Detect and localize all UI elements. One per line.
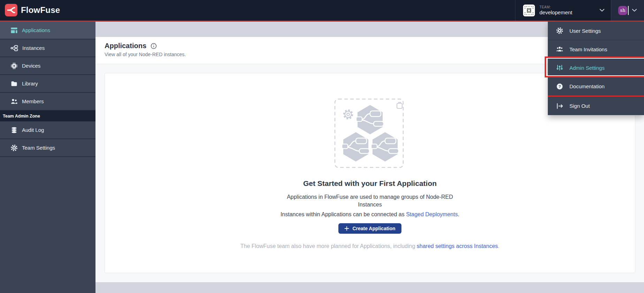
menu-item-admin-settings[interactable]: Admin Settings bbox=[548, 59, 644, 77]
question-circle-icon: ? bbox=[556, 83, 563, 90]
app-root: FlowFuse bbox=[0, 0, 644, 293]
empty-state-description: Applications in FlowFuse are used to man… bbox=[105, 193, 635, 209]
sidebar-item-applications[interactable]: Applications bbox=[0, 22, 95, 39]
text-caret bbox=[628, 6, 629, 15]
menu-item-label: Team Invitations bbox=[569, 46, 607, 52]
page-title: Applications bbox=[105, 42, 146, 50]
shared-settings-link[interactable]: shared settings across Instances bbox=[417, 243, 498, 249]
team-identicon bbox=[523, 5, 535, 16]
menu-item-documentation[interactable]: ? Documentation bbox=[548, 77, 644, 96]
chip-icon bbox=[10, 62, 18, 69]
team-admin-zone-label: Team Admin Zone bbox=[0, 111, 95, 121]
users-icon bbox=[10, 98, 18, 105]
user-menu-trigger[interactable]: sh bbox=[611, 0, 644, 21]
info-icon[interactable] bbox=[151, 43, 157, 49]
sidebar-item-library[interactable]: Library bbox=[0, 75, 95, 93]
plus-icon bbox=[344, 226, 349, 231]
team-label: TEAM: bbox=[539, 5, 572, 9]
chevron-down-icon bbox=[632, 9, 637, 12]
sidebar-item-team-settings[interactable]: Team Settings bbox=[0, 139, 95, 157]
sidebar-item-label: Audit Log bbox=[22, 127, 44, 133]
staged-deployments-link[interactable]: Staged Deployments bbox=[406, 211, 458, 217]
menu-item-team-invitations[interactable]: Team Invitations bbox=[548, 40, 644, 59]
top-navbar: FlowFuse bbox=[0, 0, 644, 21]
gear-icon bbox=[556, 27, 563, 34]
brand-home-link[interactable]: FlowFuse bbox=[5, 4, 60, 16]
flowfuse-logo-icon bbox=[5, 4, 17, 16]
menu-item-label: User Settings bbox=[569, 28, 601, 34]
gear-icon bbox=[10, 144, 18, 151]
sidebar-item-label: Team Settings bbox=[22, 145, 55, 151]
svg-text:?: ? bbox=[558, 84, 561, 89]
applications-illustration bbox=[334, 98, 406, 168]
menu-item-user-settings[interactable]: User Settings bbox=[548, 22, 644, 40]
sidebar-item-label: Devices bbox=[22, 63, 40, 69]
empty-state-footer: The FlowFuse team also have more planned… bbox=[105, 243, 635, 249]
database-icon bbox=[10, 127, 18, 134]
sidebar-item-audit-log[interactable]: Audit Log bbox=[0, 121, 95, 139]
flow-nodes-icon bbox=[10, 45, 18, 52]
team-name: developement bbox=[539, 9, 572, 15]
empty-state-heading: Get Started with your First Application bbox=[105, 179, 635, 188]
user-dropdown-menu: User Settings Team Invitations bbox=[548, 22, 644, 115]
content-bottom-band bbox=[95, 282, 644, 293]
sidebar-item-devices[interactable]: Devices bbox=[0, 57, 95, 75]
sidebar-nav: Applications Instances bbox=[0, 22, 95, 293]
empty-state-connect-line: Instances within Applications can be con… bbox=[105, 211, 635, 218]
sidebar-item-instances[interactable]: Instances bbox=[0, 39, 95, 57]
folder-icon bbox=[10, 80, 18, 87]
sidebar-item-label: Library bbox=[22, 81, 38, 87]
sidebar-item-label: Instances bbox=[22, 45, 45, 51]
template-icon bbox=[10, 27, 18, 34]
menu-item-sign-out[interactable]: Sign Out bbox=[548, 97, 644, 115]
team-selector[interactable]: TEAM: developement bbox=[515, 0, 611, 21]
chevron-down-icon bbox=[599, 9, 605, 12]
accent-divider bbox=[0, 21, 644, 22]
menu-item-label: Admin Settings bbox=[569, 65, 605, 71]
users-group-icon bbox=[556, 46, 563, 53]
create-application-button[interactable]: Create Application bbox=[338, 223, 401, 234]
brand-name: FlowFuse bbox=[21, 5, 60, 15]
sidebar-item-label: Applications bbox=[22, 27, 50, 33]
sidebar-item-label: Members bbox=[22, 98, 44, 104]
adjustments-icon bbox=[556, 64, 563, 71]
create-application-label: Create Application bbox=[352, 226, 395, 231]
logout-icon bbox=[556, 103, 563, 110]
menu-item-label: Sign Out bbox=[569, 103, 590, 109]
sidebar-item-members[interactable]: Members bbox=[0, 93, 95, 111]
menu-item-label: Documentation bbox=[569, 83, 605, 89]
user-avatar: sh bbox=[618, 6, 627, 15]
